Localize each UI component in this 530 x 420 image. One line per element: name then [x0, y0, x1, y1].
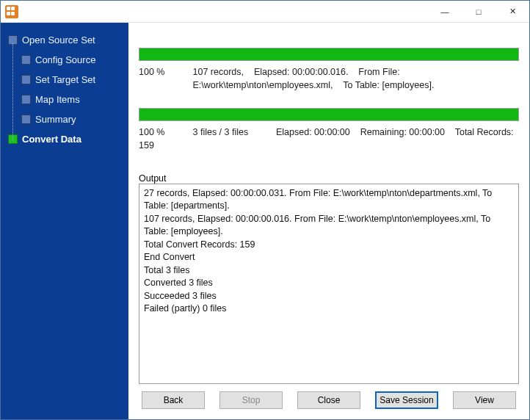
- step-label: Convert Data: [22, 134, 81, 145]
- output-line: End Convert: [144, 251, 514, 264]
- wizard-step-summary[interactable]: Summary: [5, 109, 124, 129]
- app-icon: [5, 5, 18, 18]
- step-label: Set Target Set: [35, 74, 95, 85]
- wizard-step-convert-data[interactable]: Convert Data: [5, 129, 124, 149]
- step-label: Summary: [35, 114, 76, 125]
- output-line: 107 records, Elapsed: 00:00:00.016. From…: [144, 213, 514, 239]
- step-icon: [21, 75, 31, 84]
- file-progress-text: 100 % 107 records, Elapsed: 00:00:00.016…: [139, 65, 519, 92]
- output-line: Failed (partly) 0 files: [144, 303, 514, 316]
- back-button[interactable]: Back: [142, 391, 205, 409]
- main-panel: 100 % 107 records, Elapsed: 00:00:00.016…: [128, 23, 529, 419]
- total-progress-bar: [139, 108, 519, 121]
- wizard-sidebar: Open Source SetConfig SourceSet Target S…: [1, 23, 128, 419]
- total-progress-percent: 100 %: [139, 126, 190, 139]
- step-label: Config Source: [35, 54, 95, 65]
- output-textarea[interactable]: 27 records, Elapsed: 00:00:00.031. From …: [139, 184, 519, 385]
- output-label: Output: [139, 173, 519, 184]
- wizard-step-open-source-set[interactable]: Open Source Set: [5, 30, 124, 50]
- close-button[interactable]: Close: [297, 391, 360, 409]
- total-progress-block: 100 % 3 files / 3 files Elapsed: 00:00:0…: [139, 108, 519, 152]
- wizard-step-map-items[interactable]: Map Items: [5, 90, 124, 109]
- step-icon: [21, 55, 31, 65]
- step-label: Open Source Set: [22, 35, 95, 46]
- step-icon: [21, 115, 31, 124]
- view-button[interactable]: View: [453, 391, 516, 409]
- save-session-button[interactable]: Save Session: [375, 391, 438, 409]
- output-line: 27 records, Elapsed: 00:00:00.031. From …: [144, 187, 514, 213]
- stop-button: Stop: [219, 391, 283, 409]
- wizard-step-config-source[interactable]: Config Source: [5, 50, 124, 70]
- app-window: — □ ✕ Open Source SetConfig SourceSet Ta…: [0, 0, 530, 420]
- output-line: Succeeded 3 files: [144, 290, 514, 303]
- output-line: Total Convert Records: 159: [144, 239, 514, 252]
- close-window-button[interactable]: ✕: [495, 1, 529, 23]
- step-label: Map Items: [35, 94, 80, 105]
- maximize-button[interactable]: □: [462, 1, 495, 23]
- wizard-step-set-target-set[interactable]: Set Target Set: [5, 70, 124, 90]
- step-icon: [21, 95, 31, 104]
- total-progress-text: 100 % 3 files / 3 files Elapsed: 00:00:0…: [139, 126, 519, 152]
- minimize-button[interactable]: —: [428, 1, 462, 23]
- file-progress-bar: [139, 48, 519, 61]
- output-line: Total 3 files: [144, 264, 514, 278]
- file-progress-percent: 100 %: [139, 65, 190, 79]
- titlebar: — □ ✕: [1, 1, 529, 23]
- button-row: Back Stop Close Save Session View: [139, 384, 519, 413]
- file-progress-block: 100 % 107 records, Elapsed: 00:00:00.016…: [139, 48, 519, 92]
- output-line: Converted 3 files: [144, 277, 514, 290]
